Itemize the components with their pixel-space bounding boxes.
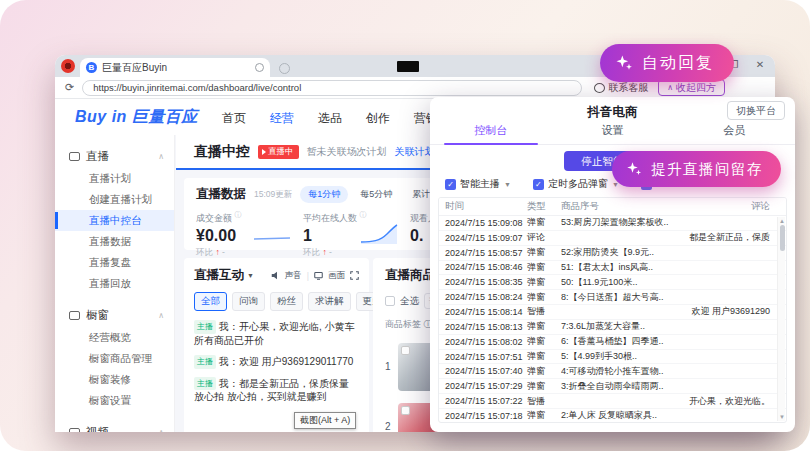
up-arrow-icon: ↑: [322, 247, 326, 257]
sidebar-item-直播回放[interactable]: 直播回放: [55, 273, 174, 294]
live-icon: [262, 149, 266, 155]
table-row[interactable]: 2024/7/15 15:07:29弹窗3:折叠全自动雨伞晴雨两..: [439, 379, 786, 394]
sound-toggle[interactable]: 声音: [285, 270, 302, 282]
contact-service-button[interactable]: 联系客服: [594, 81, 648, 95]
table-row[interactable]: 2024/7/15 15:08:57弹窗52:家用防烫夹【9.9元..: [439, 246, 786, 261]
sidebar-item-创建直播计划[interactable]: 创建直播计划: [55, 189, 174, 210]
interaction-tab-求讲解[interactable]: 求讲解: [308, 292, 351, 311]
product-checkbox[interactable]: [401, 406, 410, 415]
table-row[interactable]: 2024/7/15 15:09:08弹窗53:厨房刀架置物架案板收..: [439, 216, 786, 231]
sidebar-item-直播中控台[interactable]: 直播中控台: [55, 210, 174, 231]
cell-type: 弹窗: [527, 350, 561, 363]
product-checkbox[interactable]: [401, 346, 410, 355]
cell-time: 2024/7/15 15:09:07: [439, 233, 527, 243]
nav-item-创作[interactable]: 创作: [366, 110, 390, 127]
chevron-up-icon[interactable]: ∧: [158, 428, 164, 432]
sidebar-section-header-橱窗[interactable]: 橱窗∧: [55, 304, 174, 327]
cell-product: 4:可移动滑轮小推车置物..: [561, 365, 686, 378]
chat-message: 主播我：欢迎 用户9369129011770: [194, 355, 359, 369]
refresh-icon[interactable]: ⟳: [65, 81, 74, 94]
table-row[interactable]: 2024/7/15 15:08:02弹窗6:【香薰马桶垫】四季通..: [439, 335, 786, 350]
chevron-down-icon[interactable]: ▼: [247, 272, 254, 279]
chevron-up-icon[interactable]: ∧: [158, 152, 164, 161]
checkbox-checked-icon[interactable]: ✓: [445, 179, 456, 190]
nav-item-经营[interactable]: 经营: [270, 110, 294, 127]
sidebar-item-经营概览[interactable]: 经营概览: [55, 327, 174, 348]
panel-tab-会员[interactable]: 会员: [673, 123, 795, 144]
buyin-logo[interactable]: Buy in 巨量百应: [75, 107, 198, 128]
interaction-tab-问询[interactable]: 问询: [232, 292, 265, 311]
cell-product: 52:家用防烫夹【9.9元..: [561, 246, 686, 259]
expand-icon[interactable]: [350, 271, 359, 280]
chevron-down-icon[interactable]: ▼: [504, 181, 511, 188]
interaction-tab-粉丝[interactable]: 粉丝: [270, 292, 303, 311]
select-all-label: 全选: [400, 295, 419, 308]
data-tab-每1分钟[interactable]: 每1分钟: [300, 186, 348, 203]
table-scrollbar[interactable]: ▲ ▼: [777, 217, 785, 421]
nav-item-选品[interactable]: 选品: [318, 110, 342, 127]
live-data-title: 直播数据: [196, 186, 246, 203]
info-icon: ⓘ: [360, 211, 367, 218]
sidebar-section-header-直播[interactable]: 直播∧: [55, 145, 174, 168]
cell-type: 弹窗: [527, 409, 561, 422]
scroll-up-icon[interactable]: ▲: [778, 218, 786, 224]
sidebar-item-橱窗设置[interactable]: 橱窗设置: [55, 390, 174, 411]
cell-type: 弹窗: [527, 276, 561, 289]
sidebar-item-橱窗装修[interactable]: 橱窗装修: [55, 369, 174, 390]
link-plan-link[interactable]: 关联计划: [395, 145, 435, 159]
chat-text: 都是全新正品，保质保量 放心拍 放心拍，买到就是赚到: [194, 378, 349, 403]
cell-type: 智播: [527, 305, 561, 318]
col-header-类型: 类型: [527, 200, 561, 213]
url-input[interactable]: https://buyin.jinritemai.com/dashboard/l…: [82, 80, 582, 96]
table-row[interactable]: 2024/7/15 15:07:51弹窗5:【4.99到手30根..: [439, 350, 786, 365]
browser-tab[interactable]: B 巨量百应Buyin: [80, 58, 270, 77]
scroll-down-icon[interactable]: ▼: [778, 414, 786, 420]
sidebar-item-橱窗商品管理[interactable]: 橱窗商品管理: [55, 348, 174, 369]
cell-comment: 都是全新正品，保质: [686, 231, 786, 244]
直播-icon: [69, 152, 80, 161]
table-row[interactable]: 2024/7/15 15:08:35弹窗50:【11.9元100米..: [439, 275, 786, 290]
chevron-up-icon[interactable]: ∧: [158, 311, 164, 320]
data-tab-每5分钟[interactable]: 每5分钟: [352, 186, 400, 203]
panel-tab-控制台[interactable]: 控制台: [430, 123, 552, 144]
sidebar-section-直播: 直播∧直播计划创建直播计划直播中控台直播数据直播复盘直播回放: [55, 145, 174, 294]
info-icon: ⓘ: [235, 211, 242, 218]
table-row[interactable]: 2024/7/15 15:08:24弹窗8:【今日送蛋】超大号高..: [439, 290, 786, 305]
sidebar-item-直播数据[interactable]: 直播数据: [55, 231, 174, 252]
up-arrow-icon: ↑: [215, 247, 219, 257]
select-all-checkbox[interactable]: [385, 296, 395, 306]
checkbox-checked-icon[interactable]: ✓: [533, 179, 544, 190]
tab-close-icon[interactable]: [255, 63, 264, 72]
cell-time: 2024/7/15 15:07:40: [439, 366, 527, 376]
plan-hint: 暂未关联场次计划: [307, 145, 387, 159]
table-row[interactable]: 2024/7/15 15:08:13弹窗7:3.6L加蒸笼大容量..: [439, 320, 786, 335]
nav-item-首页[interactable]: 首页: [222, 110, 246, 127]
cell-type: 弹窗: [527, 246, 561, 259]
sidebar-item-直播复盘[interactable]: 直播复盘: [55, 252, 174, 273]
cell-time: 2024/7/15 15:09:08: [439, 218, 527, 228]
filter-定时多品弹窗[interactable]: ✓定时多品弹窗▼: [533, 177, 619, 191]
scrollbar-thumb[interactable]: [780, 225, 785, 251]
table-row[interactable]: 2024/7/15 15:07:40弹窗4:可移动滑轮小推车置物..: [439, 364, 786, 379]
window-close-icon[interactable]: ✕: [753, 59, 767, 70]
filter-智能主播[interactable]: ✓智能主播▼: [445, 177, 511, 191]
switch-platform-button[interactable]: 切换平台: [727, 101, 785, 120]
interaction-tab-全部[interactable]: 全部: [194, 292, 227, 311]
sparkline-rise: [360, 224, 398, 244]
speaker-icon: [271, 271, 280, 280]
sidebar-section-header-视频[interactable]: 视频∧: [55, 421, 174, 432]
cell-product: 5:【4.99到手30根..: [561, 350, 686, 363]
table-row[interactable]: 2024/7/15 15:08:46弹窗51:【君太太】ins风高..: [439, 261, 786, 276]
table-row[interactable]: 2024/7/15 15:08:14智播欢迎 用户93691290: [439, 305, 786, 320]
panel-tab-设置[interactable]: 设置: [552, 123, 674, 144]
table-row[interactable]: 2024/7/15 15:07:18弹窗2:单人床 反复晾晒家具..: [439, 409, 786, 423]
table-row[interactable]: 2024/7/15 15:07:22智播开心果，欢迎光临。: [439, 394, 786, 409]
tab-favicon-icon: B: [86, 62, 97, 73]
cell-time: 2024/7/15 15:08:46: [439, 262, 527, 272]
table-row[interactable]: 2024/7/15 15:09:07评论都是全新正品，保质: [439, 231, 786, 246]
cell-time: 2024/7/15 15:08:13: [439, 322, 527, 332]
cell-type: 弹窗: [527, 216, 561, 229]
second-tab-icon[interactable]: [279, 63, 290, 74]
screen-toggle[interactable]: 画面: [328, 270, 345, 282]
sidebar-item-直播计划[interactable]: 直播计划: [55, 168, 174, 189]
